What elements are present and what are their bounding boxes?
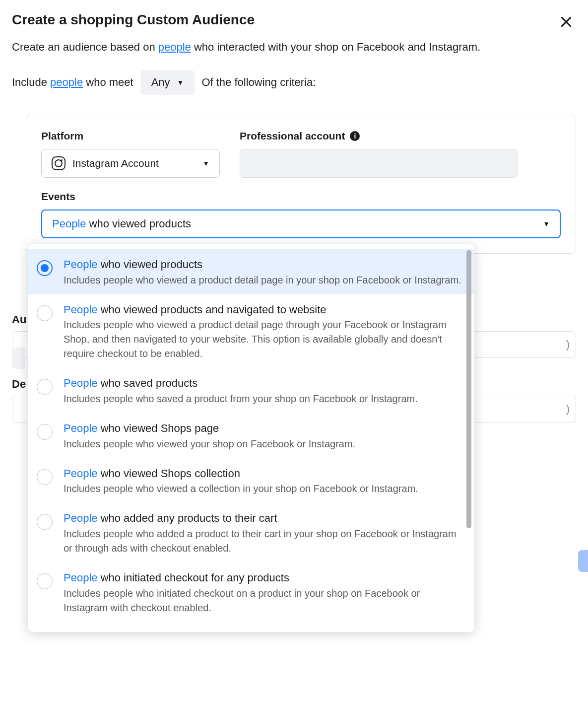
desc-text-post: who interacted with your shop on Faceboo…	[191, 41, 480, 53]
account-label: Professional account i	[240, 130, 561, 142]
background-element-peek	[12, 348, 25, 369]
include-pre: Include people who meet	[12, 76, 133, 89]
option-title-rest: who viewed products	[98, 258, 203, 271]
radio-icon	[37, 379, 53, 395]
desc-people-link[interactable]: people	[158, 41, 191, 53]
info-icon[interactable]: i	[350, 131, 360, 141]
option-description: Includes people who saved a product from…	[64, 392, 464, 406]
obscured-peek-char: )	[566, 403, 570, 416]
option-token: People	[64, 258, 98, 271]
event-option[interactable]: People who viewed products and navigated…	[28, 294, 474, 368]
option-title: People who viewed products and navigated…	[64, 302, 464, 317]
option-title: People who viewed Shops page	[64, 421, 464, 422]
account-section: Professional account i	[240, 130, 561, 178]
match-mode-value: Any	[151, 76, 170, 89]
obscured-peek-char: )	[566, 338, 570, 351]
events-selected-token: People	[52, 217, 86, 230]
platform-section: Platform Instagram Account ▼	[41, 130, 220, 178]
scrollbar-track[interactable]	[466, 250, 471, 422]
option-token: People	[64, 377, 98, 389]
option-body: People who saved productsIncludes people…	[64, 376, 464, 406]
events-dropdown[interactable]: People who viewed products ▼	[41, 210, 561, 238]
event-option[interactable]: People who viewed Shops pageIncludes peo…	[28, 413, 474, 422]
option-description: Includes people who viewed a product det…	[64, 318, 464, 361]
modal-header: Create a shopping Custom Audience	[12, 12, 576, 39]
option-title: People who saved products	[64, 376, 464, 391]
event-option[interactable]: People who viewed productsIncludes peopl…	[28, 249, 474, 294]
caret-down-icon: ▼	[202, 159, 209, 167]
option-description: Includes people who viewed a product det…	[64, 273, 464, 287]
events-options-popup: People who viewed productsIncludes peopl…	[28, 244, 474, 422]
include-pre-text: Include	[12, 76, 50, 88]
radio-icon	[37, 305, 53, 321]
include-criteria-row: Include people who meet Any ▼ Of the fol…	[12, 70, 576, 95]
include-post-text: Of the following criteria:	[201, 76, 316, 89]
option-title-rest: who viewed products and navigated to web…	[98, 303, 327, 316]
instagram-icon	[52, 156, 65, 170]
platform-dropdown[interactable]: Instagram Account ▼	[41, 149, 220, 178]
modal-title: Create a shopping Custom Audience	[12, 12, 255, 28]
match-mode-dropdown[interactable]: Any ▼	[140, 70, 195, 95]
option-title: People who viewed products	[64, 257, 464, 272]
option-body: People who viewed products and navigated…	[64, 302, 464, 361]
scrollbar-thumb[interactable]	[466, 250, 471, 422]
option-token: People	[64, 422, 98, 422]
include-mid-text: who meet	[83, 76, 133, 88]
option-title-rest: who viewed Shops page	[98, 422, 219, 422]
close-icon	[560, 15, 573, 28]
modal-description: Create an audience based on people who i…	[12, 39, 576, 55]
close-button[interactable]	[556, 12, 576, 32]
option-token: People	[64, 303, 98, 316]
radio-icon	[37, 260, 53, 276]
caret-down-icon: ▼	[543, 220, 550, 228]
events-label: Events	[41, 191, 561, 203]
desc-text-pre: Create an audience based on	[12, 41, 158, 53]
option-body: People who viewed productsIncludes peopl…	[64, 257, 464, 287]
events-selected-rest: who viewed products	[86, 217, 192, 230]
platform-label: Platform	[41, 130, 220, 142]
option-title-rest: who saved products	[98, 377, 198, 389]
include-people-link[interactable]: people	[50, 76, 83, 88]
option-body: People who viewed Shops pageIncludes peo…	[64, 421, 464, 422]
account-label-text: Professional account	[240, 130, 345, 142]
event-option[interactable]: People who saved productsIncludes people…	[28, 368, 474, 413]
criteria-card: Platform Instagram Account ▼ Professiona…	[26, 115, 576, 254]
caret-down-icon: ▼	[177, 78, 184, 86]
modal-root: Create a shopping Custom Audience Create…	[0, 0, 588, 254]
platform-value: Instagram Account	[72, 157, 159, 169]
account-selector[interactable]	[240, 149, 518, 178]
